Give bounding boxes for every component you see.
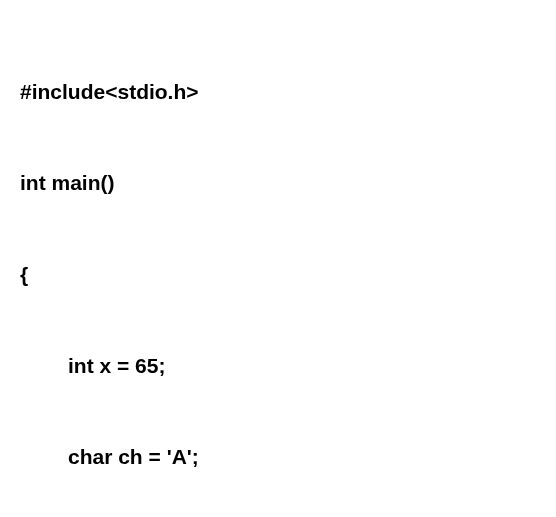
code-line: {: [20, 260, 536, 290]
code-line: #include<stdio.h>: [20, 77, 536, 107]
code-line: int x = 65;: [20, 351, 536, 381]
code-text: #include<stdio.h>: [20, 80, 199, 103]
code-text: char ch = 'A';: [68, 445, 199, 468]
code-text: {: [20, 263, 28, 286]
code-line: char ch = 'A';: [20, 442, 536, 472]
code-line: int main(): [20, 168, 536, 198]
code-text: int x = 65;: [68, 354, 165, 377]
code-snippet: #include<stdio.h> int main() { int x = 6…: [20, 16, 536, 517]
code-text: int main(): [20, 171, 115, 194]
